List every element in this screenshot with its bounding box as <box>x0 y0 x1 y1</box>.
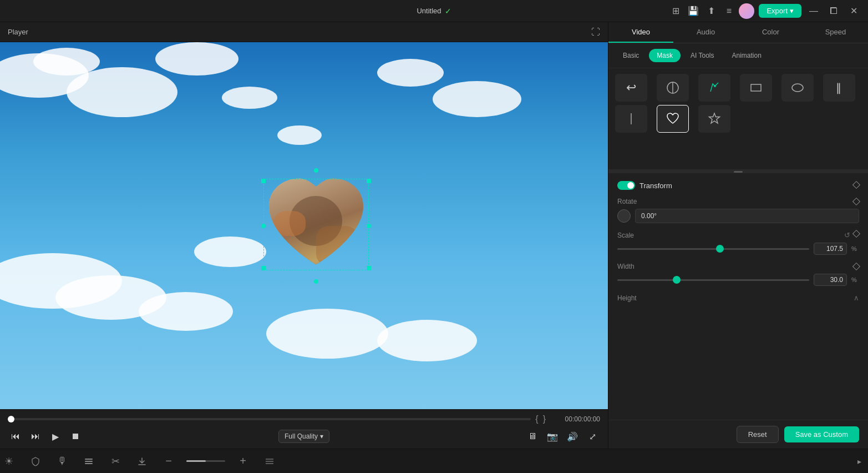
svg-rect-3 <box>751 84 761 91</box>
export-label: Export <box>767 7 788 15</box>
scale-slider-container <box>617 243 809 254</box>
screenshot-icon[interactable]: 📷 <box>545 429 560 444</box>
tab-audio[interactable]: Audio <box>673 22 738 43</box>
save-icon[interactable]: 💾 <box>688 6 699 17</box>
mic-icon[interactable]: 🎙 <box>53 452 71 470</box>
cloud <box>266 309 388 359</box>
none-mask-btn[interactable]: ↩ <box>615 74 647 102</box>
cloud <box>222 87 277 109</box>
rotate-label: Rotate <box>617 198 637 205</box>
expand-right-icon[interactable]: ▸ <box>857 457 861 466</box>
play-button[interactable]: ▶ <box>48 429 63 444</box>
scale-icons: ↺ <box>844 231 859 239</box>
pen-mask-btn[interactable] <box>698 74 730 102</box>
vol-track[interactable] <box>186 460 225 462</box>
quality-selector[interactable]: Full Quality ▾ <box>278 430 329 443</box>
minimize-button[interactable]: — <box>806 3 821 19</box>
tab-color[interactable]: Color <box>738 22 803 43</box>
volume-icon[interactable]: 🔊 <box>565 429 580 444</box>
reset-button[interactable]: Reset <box>737 426 779 443</box>
cloud-upload-icon[interactable]: ⬆ <box>705 6 717 17</box>
handle-right[interactable] <box>367 224 371 228</box>
width-slider-container <box>617 274 809 285</box>
transform-title: Transform <box>617 181 672 190</box>
stop-button[interactable]: ⏹ <box>68 429 83 444</box>
rotate-input[interactable] <box>635 209 859 223</box>
monitor-icon[interactable]: 🖥 <box>525 429 540 444</box>
handle-bottom-left[interactable] <box>261 266 266 270</box>
line-mask-btn[interactable] <box>615 105 647 133</box>
svg-rect-9 <box>85 463 93 464</box>
zoom-out-icon[interactable]: − <box>160 452 177 470</box>
play-step-button[interactable]: ⏭ <box>28 429 43 444</box>
ellipse-mask-btn[interactable] <box>781 74 814 102</box>
handle-left[interactable] <box>261 224 266 228</box>
scale-keyframe-icon[interactable] <box>852 230 860 238</box>
expand-icon[interactable]: ⤢ <box>585 429 600 444</box>
export-button[interactable]: Export ▾ <box>759 4 801 18</box>
width-control-row: % <box>617 274 859 286</box>
timeline-thumb[interactable] <box>8 416 14 422</box>
step-back-button[interactable]: ⏮ <box>8 429 23 444</box>
bracket-right-btn[interactable]: } <box>543 414 546 424</box>
circle-mask-btn[interactable] <box>657 74 689 102</box>
mask-icon-grid: ↩ <box>608 68 868 170</box>
bracket-left-btn[interactable]: { <box>535 414 538 424</box>
tab-video[interactable]: Video <box>608 22 673 43</box>
list-icon[interactable] <box>80 452 98 470</box>
menu-icon[interactable]: ≡ <box>723 6 734 17</box>
handle-top-right[interactable] <box>367 179 371 183</box>
video-preview <box>0 42 608 409</box>
svg-point-4 <box>792 84 803 92</box>
video-canvas <box>0 42 608 409</box>
timeline-track[interactable] <box>8 418 531 420</box>
fullscreen-icon[interactable]: ⛶ <box>591 27 600 37</box>
subtab-mask[interactable]: Mask <box>649 49 681 62</box>
zoom-in-icon[interactable]: + <box>234 452 252 470</box>
subtab-ai-tools[interactable]: AI Tools <box>683 49 722 62</box>
cut-icon[interactable]: ✂ <box>106 452 124 470</box>
width-keyframe-icon[interactable] <box>852 263 860 270</box>
scale-value-input[interactable] <box>814 243 847 255</box>
avatar[interactable] <box>739 3 754 19</box>
scale-slider[interactable] <box>617 248 809 250</box>
volume-slider[interactable] <box>186 460 225 462</box>
grid-lines-icon[interactable] <box>261 452 278 470</box>
transform-diamond-icon[interactable] <box>854 182 859 189</box>
shield-icon[interactable] <box>27 452 44 470</box>
tab-speed[interactable]: Speed <box>803 22 868 43</box>
rect-mask-btn[interactable] <box>740 74 772 102</box>
close-button[interactable]: ✕ <box>846 3 861 19</box>
handle-bottom-mid[interactable] <box>314 279 318 284</box>
handle-top[interactable] <box>314 168 318 173</box>
rotate-keyframe-icon[interactable] <box>852 198 860 205</box>
lines-mask-btn[interactable]: ∥ <box>823 74 855 102</box>
star-mask-btn[interactable] <box>698 105 730 133</box>
cloud <box>433 81 521 117</box>
save-as-custom-button[interactable]: Save as Custom <box>784 426 859 442</box>
reset-icon[interactable]: ↺ <box>844 231 850 239</box>
cloud <box>67 67 177 117</box>
width-value-input[interactable] <box>814 274 847 286</box>
svg-marker-6 <box>709 113 720 123</box>
rotate-knob[interactable] <box>617 209 631 223</box>
subtab-basic[interactable]: Basic <box>615 49 647 62</box>
scroll-pip <box>734 171 743 173</box>
rotate-control-row <box>617 209 859 223</box>
subtab-animation[interactable]: Animation <box>724 49 769 62</box>
download-icon[interactable] <box>133 452 151 470</box>
heart-mask-btn[interactable] <box>657 105 689 133</box>
height-chevron-icon[interactable]: ∧ <box>854 294 859 302</box>
handle-bottom-right[interactable] <box>367 266 371 270</box>
main-area: Player ⛶ <box>0 22 868 449</box>
rotate-label-row: Rotate <box>617 198 859 205</box>
rotate-icons <box>854 199 859 204</box>
cloud <box>277 125 322 145</box>
handle-top-left[interactable] <box>261 179 266 183</box>
layout-icon[interactable]: ⊞ <box>670 6 681 17</box>
maximize-button[interactable]: ⧠ <box>826 3 841 19</box>
empty-mask-slot-2 <box>781 105 814 133</box>
width-slider[interactable] <box>617 279 809 281</box>
transform-toggle[interactable] <box>617 181 635 190</box>
settings-icon[interactable]: ☀ <box>0 452 18 470</box>
